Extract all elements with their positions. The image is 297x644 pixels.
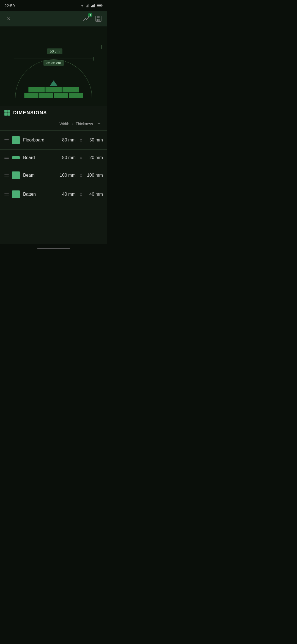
block [54, 93, 68, 98]
block-row-1 [28, 87, 79, 92]
dimensions-title: DIMENSIONS [13, 110, 47, 116]
dimension-row-board[interactable]: Board 80 mm x 20 mm [0, 150, 107, 166]
grid-cell [4, 113, 7, 116]
beam-name: Beam [23, 173, 56, 178]
block [39, 93, 53, 98]
dimension-row-batten[interactable]: Batten 40 mm x 40 mm [0, 185, 107, 204]
floorboard-name: Floorboard [23, 138, 56, 143]
svg-rect-19 [97, 19, 100, 21]
battery-icon [97, 4, 103, 7]
svg-rect-4 [89, 4, 89, 7]
sep: x [80, 155, 82, 160]
handle-line [4, 195, 9, 195]
grid-cell [4, 110, 7, 113]
floorboard-width: 80 mm [59, 138, 76, 143]
board-thickness: 20 mm [86, 155, 103, 160]
save-icon [95, 15, 102, 22]
home-bar [37, 248, 70, 249]
block [28, 87, 45, 92]
batten-width: 40 mm [59, 192, 76, 197]
outer-measure-label: 50 cm [47, 48, 62, 54]
handle-line [4, 174, 9, 175]
drag-handle [4, 157, 9, 159]
floorboard-swatch [12, 136, 20, 144]
svg-rect-10 [102, 5, 102, 6]
outer-measure: 50 cm [8, 45, 102, 54]
svg-rect-11 [97, 5, 101, 6]
drag-handle [4, 139, 9, 141]
triangle-top [50, 80, 57, 86]
block [24, 93, 38, 98]
home-indicator-area [0, 244, 107, 254]
blocks-container [21, 80, 87, 98]
dimensions-section: DIMENSIONS Width x Thickness + Floorboar… [0, 106, 107, 244]
close-button[interactable]: × [4, 14, 13, 23]
handle-line [4, 158, 9, 159]
dimension-row-beam[interactable]: Beam 100 mm x 100 mm [0, 166, 107, 185]
svg-rect-8 [94, 4, 95, 7]
beam-swatch [12, 171, 20, 179]
drag-handle [4, 174, 9, 176]
grid-cell [7, 110, 10, 113]
signal2-icon [91, 4, 96, 7]
svg-rect-3 [87, 5, 88, 7]
svg-rect-7 [93, 5, 94, 7]
svg-point-12 [85, 18, 86, 19]
svg-point-13 [86, 19, 87, 20]
board-width: 80 mm [59, 155, 76, 160]
svg-rect-18 [97, 16, 100, 18]
columns-header: Width x Thickness + [0, 118, 107, 130]
handle-line [4, 157, 9, 157]
top-bar-actions: 0 [82, 14, 103, 23]
status-time: 22:59 [4, 3, 15, 8]
beam-thickness: 100 mm [86, 173, 103, 178]
block-row-2 [24, 93, 83, 98]
col-thickness-label: Thickness [76, 122, 93, 126]
signal-icon [86, 4, 90, 7]
beam-width: 100 mm [59, 173, 76, 178]
drag-handle [4, 193, 9, 195]
batten-thickness: 40 mm [86, 192, 103, 197]
sep: x [80, 138, 82, 142]
status-icons [80, 4, 103, 7]
dimensions-grid-icon [4, 110, 10, 116]
board-name: Board [23, 155, 56, 160]
svg-rect-6 [92, 5, 93, 7]
block [62, 87, 79, 92]
handle-line [4, 193, 9, 194]
handle-line [4, 139, 9, 140]
divider-5 [0, 204, 107, 204]
save-button[interactable] [94, 14, 103, 23]
col-sep: x [72, 122, 73, 126]
svg-rect-2 [87, 5, 87, 7]
add-dimension-button[interactable]: + [95, 120, 103, 128]
batten-name: Batten [23, 192, 56, 197]
dimensions-header: DIMENSIONS [0, 106, 107, 118]
svg-point-0 [82, 7, 82, 7]
svg-rect-5 [91, 6, 92, 7]
svg-rect-20 [97, 19, 98, 21]
sep: x [80, 192, 82, 197]
dimension-row-floorboard[interactable]: Floorboard 80 mm x 50 mm [0, 131, 107, 149]
svg-rect-1 [86, 6, 86, 7]
status-bar: 22:59 [0, 0, 107, 11]
block [45, 87, 62, 92]
batten-swatch [12, 190, 20, 198]
board-swatch [12, 156, 20, 159]
handle-line [4, 176, 9, 176]
grid-cell [7, 113, 10, 116]
badge-container: 0 [82, 14, 91, 23]
floorboard-thickness: 50 mm [86, 138, 103, 143]
canvas-area: 50 cm 35.36 cm [0, 26, 107, 106]
handle-line [4, 141, 9, 141]
block [69, 93, 83, 98]
sep: x [80, 173, 82, 178]
wifi-icon [80, 4, 85, 7]
top-bar: × 0 [0, 11, 107, 26]
badge-count: 0 [88, 13, 92, 17]
col-width-label: Width [59, 122, 69, 126]
